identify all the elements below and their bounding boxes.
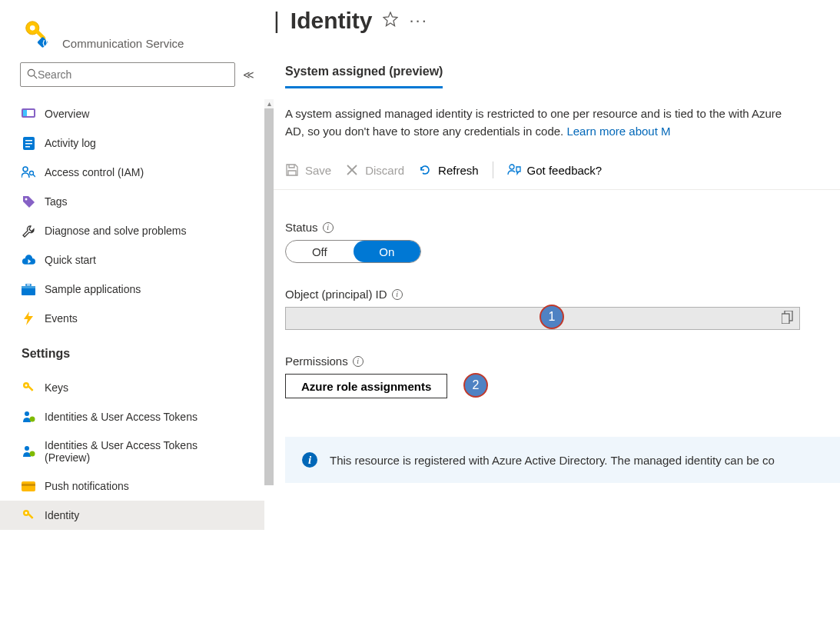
refresh-button[interactable]: Refresh	[418, 163, 479, 177]
favorite-button[interactable]	[383, 12, 398, 31]
toggle-off[interactable]: Off	[286, 241, 354, 262]
permissions-field: Permissions i Azure role assignments 2	[285, 355, 840, 398]
info-banner-text: This resource is registered with Azure A…	[330, 454, 775, 467]
nav-label: Sample applications	[45, 283, 141, 295]
svg-point-18	[25, 198, 27, 200]
info-banner: i This resource is registered with Azure…	[285, 437, 840, 483]
lightning-icon	[22, 311, 35, 325]
nav-label: Push notifications	[45, 480, 129, 492]
sidebar-item-keys[interactable]: Keys	[0, 373, 267, 402]
learn-more-link[interactable]: Learn more about M	[566, 125, 670, 138]
save-button[interactable]: Save	[285, 163, 331, 177]
svg-point-27	[29, 417, 35, 422]
cloud-icon	[22, 253, 35, 267]
x-icon	[345, 163, 359, 177]
sidebar-item-quickstart[interactable]: Quick start	[0, 245, 267, 275]
tab-header: System assigned (preview)	[274, 65, 840, 88]
copy-icon[interactable]	[782, 311, 793, 326]
settings-nav-list: Keys Identities & User Access Tokens Ide…	[0, 367, 267, 530]
nav-label: Diagnose and solve problems	[45, 225, 186, 237]
search-input-wrapper[interactable]	[20, 62, 235, 87]
sidebar-item-push[interactable]: Push notifications	[0, 471, 267, 501]
callout-badge-2: 2	[463, 373, 488, 398]
log-icon	[22, 136, 35, 150]
svg-point-26	[25, 411, 29, 416]
scroll-up-icon[interactable]: ▴	[264, 99, 274, 108]
object-id-label: Object (principal) ID	[285, 288, 387, 301]
scrollbar-thumb[interactable]	[264, 108, 274, 485]
sidebar-item-events[interactable]: Events	[0, 304, 267, 333]
svg-point-15	[23, 167, 28, 171]
card-icon	[22, 479, 35, 493]
permissions-label: Permissions	[285, 355, 348, 368]
info-icon[interactable]: i	[353, 356, 364, 367]
status-field: Status i Off On	[285, 221, 840, 263]
search-icon	[27, 68, 38, 82]
wrench-icon	[22, 224, 35, 238]
refresh-icon	[418, 163, 432, 177]
user-token-icon	[22, 445, 35, 458]
sidebar-item-identity[interactable]: Identity	[0, 501, 267, 530]
search-input[interactable]	[38, 68, 228, 81]
svg-rect-10	[23, 110, 27, 116]
key-small-icon	[22, 381, 35, 395]
object-id-input[interactable]: 1	[285, 307, 800, 330]
sidebar-item-tags[interactable]: Tags	[0, 187, 267, 216]
tab-system-assigned[interactable]: System assigned (preview)	[285, 65, 443, 88]
nav-label: Overview	[45, 108, 89, 120]
sidebar-item-overview[interactable]: Overview	[0, 99, 267, 128]
toolbar: Save Discard Refresh Got feedback?	[274, 140, 840, 190]
discard-button[interactable]: Discard	[345, 163, 404, 177]
nav-label: Events	[45, 312, 78, 325]
nav-label: Identities & User Access Tokens (Preview…	[45, 439, 229, 464]
iam-icon	[22, 165, 35, 179]
more-button[interactable]: ···	[409, 11, 427, 31]
key-icon: ⟨⟩	[22, 18, 51, 48]
svg-rect-13	[25, 143, 32, 145]
info-icon[interactable]: i	[392, 289, 403, 300]
sidebar-header: ⟨⟩ Communication Service	[0, 0, 274, 50]
info-icon[interactable]: i	[323, 222, 334, 233]
sidebar-item-identities-tokens[interactable]: Identities & User Access Tokens	[0, 402, 267, 431]
sidebar-item-identities-tokens-preview[interactable]: Identities & User Access Tokens (Preview…	[0, 431, 267, 471]
sidebar-item-activity-log[interactable]: Activity log	[0, 128, 267, 158]
feedback-button[interactable]: Got feedback?	[507, 163, 603, 177]
sidebar-item-samples[interactable]: Sample applications	[0, 275, 267, 304]
toggle-on[interactable]: On	[354, 241, 421, 262]
service-type-label: Communication Service	[62, 37, 184, 50]
page-title: Identity	[291, 8, 373, 34]
svg-text:⟨⟩: ⟨⟩	[42, 39, 48, 47]
svg-line-17	[33, 175, 35, 177]
nav-label: Activity log	[45, 137, 96, 149]
description-text: A system assigned managed identity is re…	[274, 88, 796, 140]
object-id-field: Object (principal) ID i 1	[285, 288, 840, 330]
info-banner-icon: i	[302, 452, 317, 468]
user-token-icon	[22, 410, 35, 424]
key-small-icon	[22, 508, 35, 522]
sidebar-item-iam[interactable]: Access control (IAM)	[0, 158, 267, 187]
nav-list: Overview Activity log Access control (IA…	[0, 93, 267, 333]
svg-rect-40	[782, 314, 789, 324]
sidebar-item-diagnose[interactable]: Diagnose and solve problems	[0, 216, 267, 245]
main-content: | Identity ··· System assigned (preview)…	[274, 0, 840, 626]
status-label: Status	[285, 221, 318, 234]
toolbar-separator	[493, 161, 493, 178]
svg-rect-12	[25, 140, 32, 142]
scrollbar[interactable]: ▴	[264, 99, 274, 626]
settings-section-title: Settings	[0, 333, 274, 367]
svg-rect-19	[26, 284, 31, 286]
feedback-icon	[507, 163, 521, 177]
title-bar: | Identity ···	[274, 0, 840, 34]
briefcase-icon	[22, 282, 35, 296]
overview-icon	[22, 107, 35, 121]
azure-role-assignments-button[interactable]: Azure role assignments	[285, 374, 447, 398]
collapse-sidebar-button[interactable]: ≪	[243, 68, 254, 81]
svg-point-28	[25, 446, 29, 451]
nav-label: Tags	[45, 195, 68, 208]
sidebar: ⟨⟩ Communication Service ≪ Overview Acti…	[0, 0, 274, 626]
status-toggle[interactable]: Off On	[285, 240, 421, 263]
svg-point-29	[29, 451, 35, 457]
svg-point-1	[30, 25, 35, 31]
callout-badge-1: 1	[540, 305, 564, 329]
nav-label: Identity	[45, 509, 79, 521]
